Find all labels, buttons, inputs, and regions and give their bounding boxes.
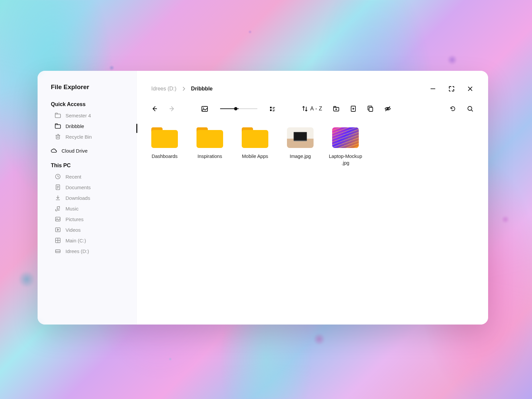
breadcrumb: Idrees (D:) Dribbble <box>151 86 212 92</box>
sidebar-item-videos[interactable]: Videos <box>38 224 136 235</box>
item-label: Mobile Apps <box>235 153 275 160</box>
item-label: Inspirations <box>190 153 230 160</box>
quick-access-heading: Quick Access <box>38 97 136 110</box>
item-label: Image.jpg <box>280 153 320 160</box>
drive-icon <box>55 248 61 254</box>
scroll-indicator[interactable] <box>136 124 137 133</box>
sidebar-item-label: Recent <box>66 174 81 180</box>
folder-item-inspirations[interactable]: Inspirations <box>197 127 223 160</box>
folder-outline-icon <box>55 112 61 118</box>
sort-button[interactable]: A - Z <box>302 105 322 112</box>
sidebar-item-label: Downloads <box>66 195 90 201</box>
window-controls <box>430 85 473 92</box>
toolbar: A - Z <box>137 94 488 116</box>
music-icon <box>55 205 61 211</box>
close-button[interactable] <box>467 85 473 92</box>
file-grid: Dashboards Inspirations Mobile Apps Imag… <box>137 116 488 178</box>
sidebar-item-label: Idrees (D:) <box>66 248 89 254</box>
folder-icon <box>197 127 223 148</box>
folder-item-mobile-apps[interactable]: Mobile Apps <box>242 127 268 160</box>
drive-grid-icon <box>55 237 61 243</box>
file-item-image-jpg[interactable]: Image.jpg <box>287 127 314 160</box>
sidebar-item-cloud-drive[interactable]: Cloud Drive <box>38 145 136 156</box>
list-view-icon[interactable] <box>269 106 276 112</box>
sidebar-item-main-c[interactable]: Main (C:) <box>38 235 136 246</box>
sidebar-item-label: Recycle Bin <box>66 134 92 140</box>
document-icon <box>55 184 61 190</box>
new-file-button[interactable] <box>350 105 356 112</box>
image-icon <box>55 216 61 222</box>
sidebar-item-label: Semester 4 <box>66 113 91 118</box>
cloud-icon <box>51 148 57 154</box>
folder-outline-icon <box>55 123 61 129</box>
file-item-laptop-mockup-jpg[interactable]: Laptop-Mockup .jpg <box>332 127 359 166</box>
sidebar-item-label: Main (C:) <box>66 238 86 243</box>
minimize-button[interactable] <box>430 85 436 92</box>
new-folder-button[interactable] <box>333 105 339 112</box>
sidebar-item-music[interactable]: Music <box>38 203 136 214</box>
breadcrumb-current: Dribbble <box>191 86 213 92</box>
sidebar: File Explorer Quick Access Semester 4 Dr… <box>38 71 137 325</box>
item-label: Laptop-Mockup .jpg <box>326 153 365 166</box>
forward-button[interactable] <box>169 105 175 112</box>
sidebar-item-idrees-d[interactable]: Idrees (D:) <box>38 246 136 256</box>
toggle-hidden-button[interactable] <box>384 105 391 112</box>
folder-item-dashboards[interactable]: Dashboards <box>151 127 178 160</box>
search-button[interactable] <box>467 105 473 112</box>
zoom-slider[interactable] <box>220 108 257 109</box>
titlebar: Idrees (D:) Dribbble <box>137 71 488 94</box>
image-thumbnail-icon <box>332 127 359 148</box>
back-button[interactable] <box>151 105 158 112</box>
sidebar-item-label: Videos <box>66 227 81 233</box>
download-icon <box>55 195 61 201</box>
sort-label: A - Z <box>310 106 322 112</box>
copy-button[interactable] <box>367 105 374 112</box>
sidebar-item-label: Cloud Drive <box>62 148 87 154</box>
item-label: Dashboards <box>145 153 185 160</box>
sidebar-item-downloads[interactable]: Downloads <box>38 193 136 203</box>
folder-icon <box>242 127 268 148</box>
sidebar-item-dribbble[interactable]: Dribbble <box>38 121 136 131</box>
sidebar-item-semester4[interactable]: Semester 4 <box>38 110 136 121</box>
file-explorer-window: File Explorer Quick Access Semester 4 Dr… <box>38 71 488 325</box>
this-pc-heading: This PC <box>38 158 136 171</box>
sidebar-item-label: Pictures <box>66 216 83 222</box>
sidebar-item-recycle-bin[interactable]: Recycle Bin <box>38 131 136 142</box>
refresh-button[interactable] <box>450 105 456 112</box>
sidebar-item-pictures[interactable]: Pictures <box>38 214 136 224</box>
clock-icon <box>55 174 61 180</box>
sidebar-item-label: Dribbble <box>66 123 84 129</box>
maximize-button[interactable] <box>448 85 455 92</box>
folder-icon <box>151 127 178 148</box>
thumbnail-view-icon[interactable] <box>201 105 208 112</box>
sidebar-item-documents[interactable]: Documents <box>38 182 136 193</box>
video-icon <box>55 227 61 233</box>
image-thumbnail-icon <box>287 127 314 148</box>
app-title: File Explorer <box>38 83 136 97</box>
main-panel: Idrees (D:) Dribbble <box>137 71 488 325</box>
trash-icon <box>55 134 61 140</box>
breadcrumb-parent[interactable]: Idrees (D:) <box>151 86 177 92</box>
chevron-right-icon <box>181 86 187 91</box>
sidebar-item-label: Documents <box>66 185 91 190</box>
sidebar-item-recent[interactable]: Recent <box>38 171 136 182</box>
sidebar-item-label: Music <box>66 206 78 211</box>
